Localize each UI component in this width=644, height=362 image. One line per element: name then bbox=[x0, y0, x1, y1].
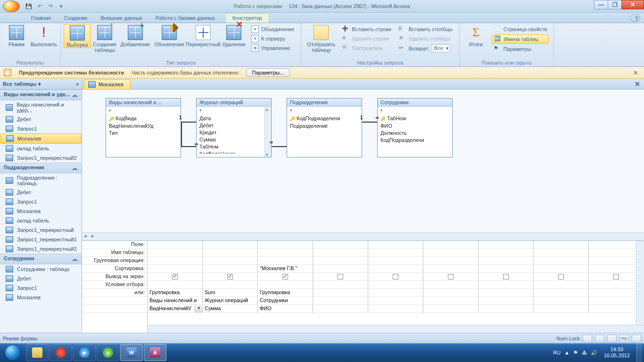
qbe-cell[interactable] bbox=[368, 297, 423, 304]
qbe-cell[interactable] bbox=[479, 257, 534, 264]
nav-item[interactable]: Сотрудники : таблица bbox=[0, 264, 82, 274]
field[interactable]: Подразделение bbox=[290, 123, 359, 130]
diagram-h-scrollbar[interactable] bbox=[82, 232, 644, 240]
qbe-cell[interactable] bbox=[203, 281, 258, 288]
maximize-button[interactable]: ❐ bbox=[608, 0, 622, 9]
show-checkbox[interactable] bbox=[503, 274, 509, 280]
qat-save-icon[interactable]: 💾 bbox=[24, 1, 33, 11]
task-explorer[interactable] bbox=[26, 344, 49, 361]
qbe-cell[interactable] bbox=[423, 257, 479, 264]
qbe-cell[interactable] bbox=[258, 249, 313, 256]
qat-undo-icon[interactable]: ↶ bbox=[35, 1, 44, 11]
qat-redo-icon[interactable]: ↷ bbox=[46, 1, 55, 11]
qbe-cell[interactable] bbox=[258, 241, 313, 248]
insert-cols-button[interactable]: ⎘Вставить столбцы bbox=[397, 25, 454, 33]
show-checkbox[interactable] bbox=[558, 274, 564, 280]
table-box-2[interactable]: Журнал операций * Дата Дебет Кредит Сумм… bbox=[196, 98, 272, 157]
show-checkbox[interactable] bbox=[282, 274, 288, 280]
nav-item[interactable]: Запрос1 bbox=[0, 197, 82, 206]
tab-design[interactable]: Конструктор bbox=[225, 13, 269, 23]
qbe-cell[interactable] bbox=[148, 281, 203, 288]
field[interactable]: ВидНачисленийУд bbox=[109, 123, 178, 130]
qbe-cell[interactable] bbox=[258, 273, 313, 280]
nav-item[interactable]: Запрос1_перекрестный bbox=[0, 225, 82, 235]
table-scrollbar[interactable] bbox=[264, 107, 271, 157]
qbe-cell[interactable] bbox=[368, 281, 423, 288]
field[interactable]: КодВида bbox=[109, 115, 178, 123]
field[interactable]: * bbox=[380, 108, 449, 115]
close-button[interactable]: ✕ bbox=[621, 0, 644, 9]
qbe-cell[interactable] bbox=[423, 289, 479, 296]
field[interactable]: Тип bbox=[109, 130, 178, 137]
qbe-cell[interactable] bbox=[313, 265, 368, 272]
task-word[interactable]: W bbox=[120, 344, 143, 361]
delete-cols-button[interactable]: ✖Удалить столбцы bbox=[397, 34, 454, 43]
qat-dropdown-icon[interactable]: ▾ bbox=[57, 1, 66, 11]
qbe-cell[interactable] bbox=[203, 265, 258, 272]
table-box-4[interactable]: Сотрудники * ТабНом ФИО Должность КодПод… bbox=[377, 98, 453, 157]
qbe-cell[interactable] bbox=[203, 273, 258, 280]
qbe-cell[interactable] bbox=[258, 257, 313, 264]
property-sheet-button[interactable]: 📄Страница свойств bbox=[492, 25, 549, 33]
qbe-cell[interactable] bbox=[258, 281, 313, 288]
tray-network-icon[interactable]: 🖧 bbox=[582, 350, 587, 355]
select-query-button[interactable]: Выборка bbox=[64, 24, 91, 48]
qbe-cell[interactable] bbox=[203, 241, 258, 248]
field[interactable]: ТабНом bbox=[199, 143, 268, 150]
crosstab-button[interactable]: Перекрестный bbox=[186, 24, 220, 47]
field[interactable]: Сумма bbox=[199, 136, 268, 143]
qbe-cell[interactable] bbox=[313, 241, 368, 248]
task-opera[interactable] bbox=[50, 344, 72, 361]
field[interactable]: * bbox=[199, 108, 268, 115]
security-close-icon[interactable]: ✕ bbox=[631, 69, 640, 76]
qbe-cell[interactable] bbox=[368, 241, 423, 248]
tray-lang[interactable]: RU bbox=[553, 350, 561, 355]
qbe-cell[interactable] bbox=[368, 273, 423, 280]
table-box-1[interactable]: Виды начислений и ... * КодВида ВидНачис… bbox=[106, 98, 181, 157]
nav-item[interactable]: Москалев bbox=[0, 206, 82, 216]
qbe-cell[interactable]: Группировка bbox=[148, 289, 203, 296]
field[interactable]: Должность bbox=[380, 130, 449, 137]
task-utorrent[interactable]: µ bbox=[97, 344, 119, 361]
view-design-icon[interactable] bbox=[632, 335, 641, 342]
qbe-cell[interactable] bbox=[203, 249, 258, 256]
qbe-cell[interactable] bbox=[313, 297, 368, 304]
qbe-cell[interactable] bbox=[534, 273, 589, 280]
qbe-cell[interactable] bbox=[534, 305, 589, 313]
qbe-cell[interactable] bbox=[479, 241, 534, 248]
qbe-cell[interactable] bbox=[313, 249, 368, 256]
qbe-cell[interactable] bbox=[479, 273, 534, 280]
run-button[interactable]: ! Выполнить bbox=[30, 24, 58, 47]
qbe-cell[interactable] bbox=[313, 273, 368, 280]
document-close-icon[interactable]: ✕ bbox=[631, 80, 644, 88]
table-names-button[interactable]: 🔤Имена таблиц bbox=[492, 34, 549, 44]
tray-icon[interactable]: ⚑ bbox=[573, 350, 578, 356]
nav-item[interactable]: Запрос1_перекрестный2 bbox=[0, 244, 82, 254]
tray-flag-icon[interactable]: ▲ bbox=[564, 350, 570, 355]
table-box-3[interactable]: Подразделения * КодПодразделени Подразде… bbox=[287, 98, 362, 157]
security-options-button[interactable]: Параметры... bbox=[246, 68, 290, 77]
field[interactable]: Кредит bbox=[199, 129, 268, 136]
field[interactable]: КодВидаНачис bbox=[199, 150, 268, 154]
nav-collapse-icon[interactable]: « bbox=[76, 81, 79, 87]
show-checkbox[interactable] bbox=[448, 274, 454, 280]
qbe-cell[interactable] bbox=[534, 241, 589, 248]
field[interactable]: * bbox=[290, 108, 359, 115]
show-desktop-button[interactable] bbox=[636, 343, 642, 362]
tray-volume-icon[interactable]: 🔊 bbox=[591, 350, 597, 356]
task-media[interactable]: ▶ bbox=[73, 344, 96, 361]
qbe-cell[interactable] bbox=[534, 249, 589, 256]
qbe-cell[interactable]: "Москалев Г.В." bbox=[258, 265, 313, 272]
qbe-cell[interactable] bbox=[479, 305, 534, 313]
qbe-cell[interactable] bbox=[423, 305, 479, 313]
qbe-cell[interactable] bbox=[423, 273, 479, 280]
qbe-cell[interactable] bbox=[313, 281, 368, 288]
insert-rows-button[interactable]: ➕Вставить строки bbox=[340, 25, 393, 33]
qbe-cell[interactable] bbox=[368, 265, 423, 272]
table-diagram[interactable]: Виды начислений и ... * КодВида ВидНачис… bbox=[82, 90, 644, 241]
qbe-cell[interactable] bbox=[368, 289, 423, 296]
qbe-cell[interactable]: Сумма bbox=[203, 305, 258, 313]
show-checkbox[interactable] bbox=[338, 274, 343, 280]
nav-item-selected[interactable]: Москалев bbox=[0, 133, 82, 144]
qbe-cell[interactable] bbox=[313, 305, 368, 313]
